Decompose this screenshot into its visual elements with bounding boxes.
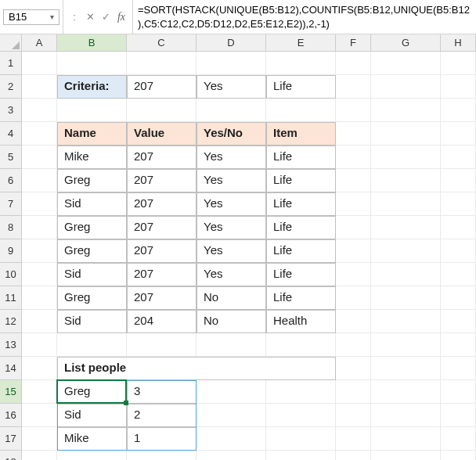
cell-D15[interactable] [197, 380, 266, 404]
cell-H8[interactable] [441, 216, 476, 239]
results-title[interactable]: List people with the highest scores [57, 357, 127, 380]
cell-H5[interactable] [441, 146, 476, 169]
cell-E15[interactable] [266, 380, 336, 404]
cell-A13[interactable] [22, 333, 57, 357]
result-name[interactable]: Sid [57, 404, 127, 427]
table-cell[interactable]: 207 [127, 146, 197, 169]
col-header-D[interactable]: D [197, 34, 266, 52]
cell-F2[interactable] [336, 75, 371, 99]
criteria-value-d[interactable]: Yes [197, 75, 266, 99]
cell-H13[interactable] [441, 333, 476, 357]
table-cell[interactable]: Sid [57, 192, 127, 216]
cell-F4[interactable] [336, 122, 371, 146]
cell-G16[interactable] [371, 404, 441, 427]
result-count[interactable]: 1 [127, 427, 197, 451]
cell-F15[interactable] [336, 380, 371, 404]
cell-F16[interactable] [336, 404, 371, 427]
fill-handle[interactable] [124, 401, 128, 405]
result-name[interactable]: Greg [57, 380, 127, 404]
row-header-4[interactable]: 4 [0, 122, 22, 146]
cell-G2[interactable] [371, 75, 441, 99]
fx-icon[interactable]: fx [114, 0, 129, 34]
cell-H17[interactable] [441, 427, 476, 451]
select-all-corner[interactable] [0, 34, 22, 52]
cell-H4[interactable] [441, 122, 476, 146]
table-cell[interactable]: 207 [127, 216, 197, 239]
cell-G17[interactable] [371, 427, 441, 451]
cell-E16[interactable] [266, 404, 336, 427]
cell-D16[interactable] [197, 404, 266, 427]
row-header-6[interactable]: 6 [0, 169, 22, 192]
table-header-name[interactable]: Name [57, 122, 127, 146]
table-cell[interactable]: 207 [127, 286, 197, 310]
cell-D3[interactable] [197, 99, 266, 122]
cell-A10[interactable] [22, 263, 57, 286]
cell-G8[interactable] [371, 216, 441, 239]
cell-F9[interactable] [336, 239, 371, 263]
table-cell[interactable]: Yes [197, 216, 266, 239]
cell-A11[interactable] [22, 286, 57, 310]
cell-F14[interactable] [336, 357, 371, 380]
cancel-icon[interactable]: ✕ [82, 0, 98, 34]
cell-H11[interactable] [441, 286, 476, 310]
cell-E13[interactable] [266, 333, 336, 357]
row-header-11[interactable]: 11 [0, 286, 22, 310]
table-cell[interactable]: Life [266, 263, 336, 286]
row-header-17[interactable]: 17 [0, 427, 22, 451]
cell-H18[interactable] [441, 451, 476, 460]
criteria-label[interactable]: Criteria: [57, 75, 127, 99]
table-cell[interactable]: Life [266, 192, 336, 216]
cell-B18[interactable] [57, 451, 127, 460]
table-cell[interactable]: Mike [57, 146, 127, 169]
row-header-1[interactable]: 1 [0, 52, 22, 75]
cell-F5[interactable] [336, 146, 371, 169]
col-header-F[interactable]: F [336, 34, 371, 52]
cell-C3[interactable] [127, 99, 197, 122]
table-cell[interactable]: Life [266, 146, 336, 169]
cell-G12[interactable] [371, 310, 441, 333]
table-header-item[interactable]: Item [266, 122, 336, 146]
cell-H3[interactable] [441, 99, 476, 122]
cell-G5[interactable] [371, 146, 441, 169]
cell-F11[interactable] [336, 286, 371, 310]
cell-A1[interactable] [22, 52, 57, 75]
table-cell[interactable]: Sid [57, 310, 127, 333]
row-header-8[interactable]: 8 [0, 216, 22, 239]
table-cell[interactable]: Greg [57, 239, 127, 263]
cell-F7[interactable] [336, 192, 371, 216]
cell-G18[interactable] [371, 451, 441, 460]
table-cell[interactable]: No [197, 286, 266, 310]
cell-H16[interactable] [441, 404, 476, 427]
col-header-E[interactable]: E [266, 34, 336, 52]
cell-D1[interactable] [197, 52, 266, 75]
cell-H7[interactable] [441, 192, 476, 216]
row-header-3[interactable]: 3 [0, 99, 22, 122]
cell-G13[interactable] [371, 333, 441, 357]
table-cell[interactable]: 207 [127, 263, 197, 286]
row-header-7[interactable]: 7 [0, 192, 22, 216]
table-cell[interactable]: Health [266, 310, 336, 333]
cell-E17[interactable] [266, 427, 336, 451]
row-header-16[interactable]: 16 [0, 404, 22, 427]
cell-F1[interactable] [336, 52, 371, 75]
cell-F17[interactable] [336, 427, 371, 451]
cell-E18[interactable] [266, 451, 336, 460]
row-header-15[interactable]: 15 [0, 380, 22, 404]
table-cell[interactable]: Sid [57, 263, 127, 286]
cell-G10[interactable] [371, 263, 441, 286]
table-cell[interactable]: Yes [197, 146, 266, 169]
cell-G11[interactable] [371, 286, 441, 310]
cell-A2[interactable] [22, 75, 57, 99]
col-header-A[interactable]: A [22, 34, 57, 52]
table-cell[interactable]: No [197, 310, 266, 333]
cell-F8[interactable] [336, 216, 371, 239]
cell-A17[interactable] [22, 427, 57, 451]
table-cell[interactable]: Yes [197, 239, 266, 263]
table-cell[interactable]: Yes [197, 169, 266, 192]
cell-G3[interactable] [371, 99, 441, 122]
cell-H14[interactable] [441, 357, 476, 380]
cell-D14[interactable] [197, 357, 266, 380]
cell-H6[interactable] [441, 169, 476, 192]
row-header-9[interactable]: 9 [0, 239, 22, 263]
cell-H15[interactable] [441, 380, 476, 404]
